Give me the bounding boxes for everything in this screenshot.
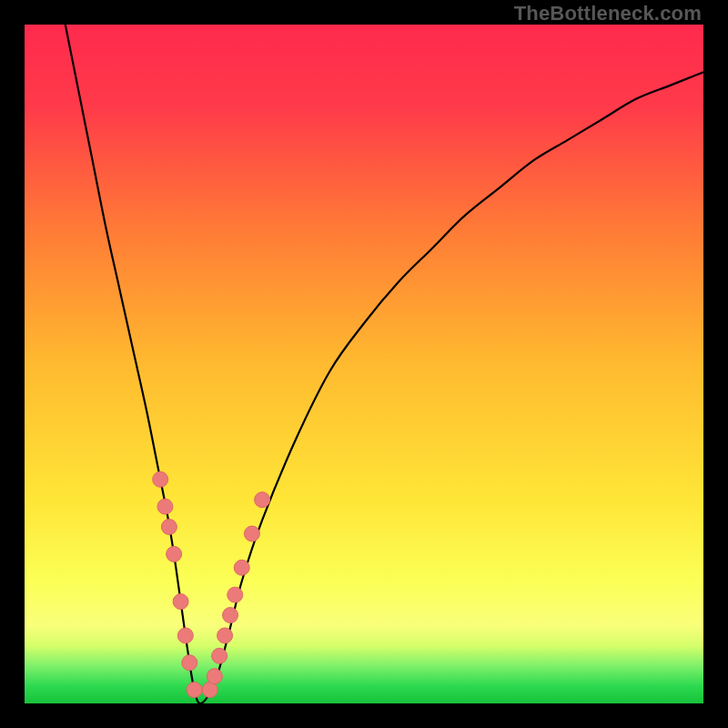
data-point-marker (167, 546, 182, 561)
data-point-marker (182, 655, 197, 671)
data-point-marker (177, 628, 193, 643)
highlighted-points-group (153, 471, 270, 697)
data-point-marker (212, 648, 228, 663)
data-point-marker (234, 560, 249, 575)
chart-stage: TheBottleneck.com (0, 0, 728, 728)
curve-layer (25, 25, 703, 703)
data-point-marker (161, 520, 177, 535)
plot-area (25, 25, 703, 703)
data-point-marker (223, 608, 238, 623)
data-point-marker (187, 682, 202, 698)
data-point-marker (173, 594, 188, 610)
data-point-marker (153, 471, 168, 487)
watermark-text: TheBottleneck.com (514, 2, 702, 25)
data-point-marker (244, 526, 259, 541)
data-point-marker (255, 492, 270, 508)
data-point-marker (207, 669, 222, 684)
bottleneck-curve (66, 25, 703, 703)
data-point-marker (228, 587, 243, 602)
data-point-marker (157, 499, 173, 514)
data-point-marker (217, 628, 233, 643)
